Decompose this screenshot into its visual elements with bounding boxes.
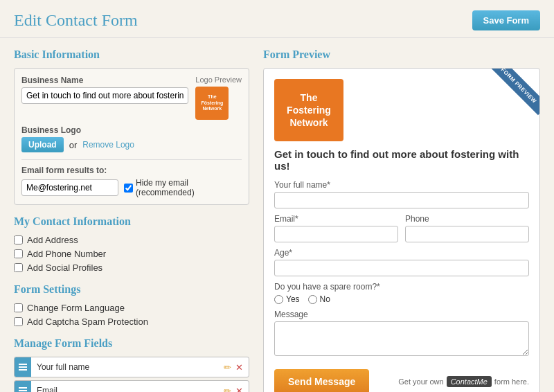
- field-actions-1: ✏ ✕: [224, 362, 249, 373]
- spare-room-no-radio[interactable]: [308, 295, 317, 304]
- field-name-1: Your full name: [31, 362, 224, 372]
- change-language-label: Change Form Language: [27, 303, 125, 313]
- add-social-row: Add Social Profiles: [14, 262, 249, 273]
- email-row: Hide my email (recommended): [21, 178, 242, 197]
- add-social-checkbox[interactable]: [14, 263, 23, 272]
- age-input[interactable]: [274, 260, 529, 276]
- age-field: Age*: [274, 248, 529, 276]
- field-delete-icon-2[interactable]: ✕: [235, 386, 243, 393]
- spare-room-yes-radio[interactable]: [274, 295, 283, 304]
- contact-info-heading: My Contact Information: [14, 215, 249, 228]
- full-name-field: Your full name*: [274, 180, 529, 208]
- business-name-left: Business Name: [21, 75, 188, 104]
- add-address-label: Add Address: [27, 235, 78, 245]
- basic-info-box: Business Name Logo Preview TheFösteringN…: [14, 68, 249, 205]
- spare-room-options: Yes No: [274, 294, 529, 304]
- phone-field: Phone: [405, 214, 529, 242]
- captcha-row: Add Captcha Spam Protection: [14, 317, 249, 327]
- hide-email-text: Hide my email (recommended): [136, 178, 242, 197]
- field-edit-icon-2[interactable]: ✏: [224, 386, 231, 393]
- logo-preview-label: Logo Preview: [195, 75, 242, 84]
- add-phone-row: Add Phone Number: [14, 249, 249, 259]
- email-phone-row: Email* Phone: [274, 214, 529, 242]
- captcha-label: Add Captcha Spam Protection: [27, 317, 148, 327]
- logo-small: TheFösteringNetwork: [195, 87, 229, 120]
- add-address-row: Add Address: [14, 235, 249, 245]
- send-message-button[interactable]: Send Message: [274, 369, 369, 392]
- spare-room-section: Do you have a spare room?* Yes No: [274, 282, 529, 304]
- email-input[interactable]: [274, 226, 398, 242]
- right-panel: Form Preview FORM PREVIEW TheFosteringNe…: [263, 48, 540, 392]
- business-name-input[interactable]: [21, 87, 188, 104]
- business-name-row: Business Name Logo Preview TheFösteringN…: [21, 75, 242, 120]
- page-title: Edit Contact Form: [14, 11, 138, 30]
- phone-label: Phone: [405, 214, 529, 224]
- manage-fields-heading: Manage Form Fields: [14, 337, 249, 350]
- footer-text: Get your own: [398, 377, 443, 386]
- full-name-label: Your full name*: [274, 180, 529, 190]
- field-row: Your full name ✏ ✕: [14, 357, 249, 377]
- preview-bottom: Send Message Get your own ContactMe form…: [274, 364, 529, 392]
- field-actions-2: ✏ ✕: [224, 386, 249, 393]
- full-name-input[interactable]: [274, 192, 529, 208]
- email-label: Email*: [274, 214, 398, 224]
- phone-input[interactable]: [405, 226, 529, 242]
- footer-suffix: form here.: [494, 377, 529, 386]
- business-name-label: Business Name: [21, 75, 188, 85]
- field-icon-1: [15, 357, 31, 377]
- email-input[interactable]: [21, 179, 118, 196]
- add-social-label: Add Social Profiles: [27, 262, 102, 273]
- form-settings-section: Form Settings Change Form Language Add C…: [14, 283, 249, 327]
- add-phone-checkbox[interactable]: [14, 249, 23, 258]
- message-label: Message: [274, 310, 529, 319]
- change-language-row: Change Form Language: [14, 303, 249, 313]
- field-edit-icon-1[interactable]: ✏: [224, 362, 231, 373]
- preview-ribbon: FORM PREVIEW: [484, 69, 539, 124]
- contact-info-section: My Contact Information Add Address Add P…: [14, 215, 249, 273]
- spare-room-no-option: No: [308, 294, 330, 304]
- preview-footer: Get your own ContactMe form here.: [398, 376, 529, 387]
- basic-info-heading: Basic Information: [14, 48, 249, 61]
- page-wrapper: Edit Contact Form Save Form Basic Inform…: [0, 0, 554, 392]
- spare-room-yes-option: Yes: [274, 294, 300, 304]
- email-section: Email form results to: Hide my email (re…: [21, 159, 242, 197]
- email-results-label: Email form results to:: [21, 166, 242, 175]
- header: Edit Contact Form Save Form: [0, 0, 554, 38]
- field-delete-icon-1[interactable]: ✕: [235, 362, 243, 373]
- message-field: Message: [274, 310, 529, 358]
- manage-fields-section: Manage Form Fields Your full name ✏ ✕: [14, 337, 249, 392]
- preview-tagline: Get in touch to find out more about fost…: [274, 148, 529, 172]
- upload-button[interactable]: Upload: [21, 137, 64, 152]
- email-field: Email*: [274, 214, 398, 242]
- business-logo-row: Upload or Remove Logo: [21, 137, 242, 152]
- preview-logo: TheFosteringNetwork: [274, 79, 343, 141]
- save-form-button[interactable]: Save Form: [472, 10, 540, 30]
- spare-room-label: Do you have a spare room?*: [274, 282, 529, 292]
- form-preview-heading: Form Preview: [263, 48, 540, 61]
- add-phone-label: Add Phone Number: [27, 249, 106, 259]
- field-name-2: Email: [31, 386, 224, 392]
- preview-ribbon-text: FORM PREVIEW: [489, 69, 539, 115]
- spare-room-no-label: No: [320, 294, 330, 304]
- add-address-checkbox[interactable]: [14, 235, 23, 244]
- age-label: Age*: [274, 248, 529, 258]
- left-panel: Basic Information Business Name Logo Pre…: [14, 48, 249, 392]
- or-text: or: [69, 140, 78, 150]
- logo-preview-box: Logo Preview TheFösteringNetwork: [195, 75, 242, 120]
- field-icon-2: [15, 381, 31, 392]
- change-language-checkbox[interactable]: [14, 303, 23, 312]
- hide-email-label[interactable]: Hide my email (recommended): [124, 178, 242, 197]
- form-settings-heading: Form Settings: [14, 283, 249, 296]
- spare-room-yes-label: Yes: [286, 294, 300, 304]
- captcha-checkbox[interactable]: [14, 317, 23, 326]
- message-textarea[interactable]: [274, 321, 529, 356]
- hide-email-checkbox[interactable]: [124, 184, 133, 193]
- field-row: Email ✏ ✕: [14, 380, 249, 392]
- business-logo-label: Business Logo: [21, 125, 242, 135]
- remove-logo-link[interactable]: Remove Logo: [82, 140, 134, 150]
- preview-box: FORM PREVIEW TheFosteringNetwork Get in …: [263, 68, 540, 392]
- contactme-badge: ContactMe: [447, 376, 492, 387]
- main-layout: Basic Information Business Name Logo Pre…: [0, 38, 554, 392]
